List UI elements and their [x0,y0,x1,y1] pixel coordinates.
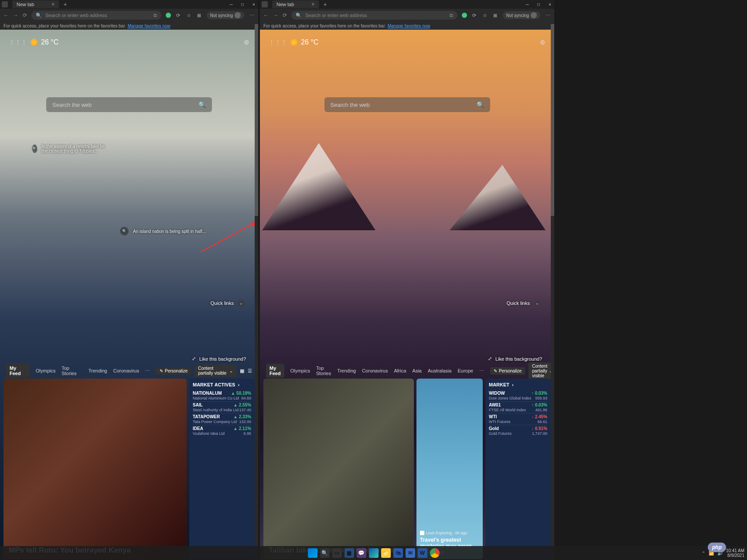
market-row[interactable]: IDEA▲ 2.11% Vodafone Idea Ltd6.95 [193,425,251,437]
close-window-icon[interactable]: × [547,2,553,7]
market-row[interactable]: AW01↑ 0.03% FTSE All World Index481.86 [489,401,547,413]
apps-grid-icon[interactable]: ⋮⋮⋮ [269,39,287,46]
start-icon[interactable] [308,548,317,558]
profile-sync-pill[interactable]: Not syncing [207,11,244,19]
feed-tab-myfeed[interactable]: My Feed [266,364,284,378]
sync-icon[interactable]: ⟳ [175,12,181,18]
settings-gear-icon[interactable]: ⚙ [540,39,546,46]
apps-grid-icon[interactable]: ⋮⋮⋮ [9,39,27,46]
feed-tab-olympics[interactable]: Olympics [36,368,55,373]
collections-icon[interactable]: ⊞ [196,12,202,18]
feed-tab-coronavirus[interactable]: Coronavirus [113,368,139,373]
market-widget[interactable]: MARKET ACTIVES› NATIONALUM▲ 50.19% Natio… [189,379,255,559]
clock[interactable]: 10:41 AM 8/9/2021 [726,548,744,558]
manage-favorites-link[interactable]: Manage favorites now [388,24,430,28]
maximize-icon[interactable]: □ [240,2,245,7]
personalize-button[interactable]: ✎Personalize [490,367,525,375]
widgets-icon[interactable]: ▦ [345,548,354,558]
back-icon[interactable]: ← [263,12,269,18]
close-tab-icon[interactable]: × [51,1,55,7]
news-hero-card[interactable]: MPs tell Ruto: You betrayed Kenya [3,379,187,559]
scrollbar-thumb[interactable] [255,24,258,216]
minimize-icon[interactable]: ─ [229,2,234,7]
tray-chevron-icon[interactable]: ⌃ [702,551,705,556]
refresh-icon[interactable]: ⟳ [23,12,27,18]
scrollbar[interactable] [551,24,554,560]
feed-tab-australasia[interactable]: Australasia [428,368,451,373]
favorites-icon[interactable]: ☆ [186,12,192,18]
edge-icon[interactable] [369,548,379,558]
market-row[interactable]: TATAPOWER▲ 2.33% Tata Power Company Ltd1… [193,413,251,425]
search-submit-icon[interactable]: 🔍 [477,101,484,108]
chevron-down-icon[interactable]: ⌄ [237,299,245,307]
taskbar-search-icon[interactable]: 🔍 [320,548,330,558]
feed-tab-europe[interactable]: Europe [457,368,473,373]
image-hotspot[interactable]: 🔍 In the waters of a nearby lake lie the… [32,144,111,154]
sync-icon[interactable]: ⟳ [471,12,478,18]
extension-icon[interactable] [166,13,171,18]
feed-tab-trending[interactable]: Trending [89,368,107,373]
personalize-button[interactable]: ✎Personalize [156,367,191,375]
settings-gear-icon[interactable]: ⚙ [244,39,249,46]
image-hotspot[interactable]: 🔍 An island nation is being split in hal… [120,227,206,236]
feed-tab-more[interactable]: ⋯ [479,368,484,374]
forward-icon[interactable]: → [273,12,278,18]
feed-tab-trending[interactable]: Trending [337,368,356,373]
menu-icon[interactable]: ⋯ [249,12,255,18]
market-row[interactable]: WIDOW↑ 0.03% Dow Jones Global Index559.9… [489,390,547,401]
quick-links[interactable]: Quick links ⌄ [507,299,541,307]
mail-icon[interactable]: ✉ [406,548,415,558]
chrome-icon[interactable] [430,548,440,558]
feed-tab-coronavirus[interactable]: Coronavirus [362,368,388,373]
scrollbar-thumb[interactable] [551,24,554,216]
feed-tab-africa[interactable]: Africa [394,368,406,373]
feed-tab-asia[interactable]: Asia [413,368,422,373]
layout-list-icon[interactable]: ☰ [248,368,252,374]
close-tab-icon[interactable]: × [311,1,314,7]
feed-tab-myfeed[interactable]: My Feed [6,364,30,378]
ntp-search-box[interactable]: Search the web 🔍 [324,97,490,112]
feed-tab-topstories[interactable]: Top Stories [61,365,82,376]
minimize-icon[interactable]: ─ [525,2,530,7]
market-widget[interactable]: MARKET› WIDOW↑ 0.03% Dow Jones Global In… [485,379,551,559]
collections-icon[interactable]: ⊞ [492,12,498,18]
weather-widget[interactable]: ⋮⋮⋮ 26 °C [9,38,58,46]
forward-icon[interactable]: → [13,12,18,18]
close-window-icon[interactable]: × [251,2,256,7]
search-submit-icon[interactable]: 🔍 [198,101,206,108]
store-icon[interactable]: 🛍 [393,548,403,558]
chat-icon[interactable]: 💬 [357,548,366,558]
news-side-card[interactable]: Love Exploring · 6h ago Travel's greates… [416,379,483,559]
maximize-icon[interactable]: □ [536,2,541,7]
back-icon[interactable]: ← [3,12,9,18]
feed-tab-olympics[interactable]: Olympics [290,368,310,373]
manage-favorites-link[interactable]: Manage favorites now [128,24,171,28]
address-bar[interactable]: 🔍 Search or enter web address ⧉ [291,11,457,20]
news-hero-card[interactable]: Taliban takes over provincial capital [263,379,414,559]
reader-icon[interactable]: ⧉ [153,13,157,18]
market-row[interactable]: SAIL▲ 2.55% Steel Authority of India Ltd… [193,401,251,413]
market-row[interactable]: NATIONALUM▲ 50.19% National Aluminium Co… [193,390,251,401]
weather-widget[interactable]: ⋮⋮⋮ 26 °C [269,38,318,46]
market-row[interactable]: Gold↓ 0.91% Gold Futures1,747.00 [489,425,547,437]
like-background[interactable]: ⤢ Like this background? [488,356,542,362]
profile-sync-pill[interactable]: Not syncing [503,11,540,19]
reader-icon[interactable]: ⧉ [450,13,453,18]
refresh-icon[interactable]: ⟳ [283,12,287,18]
expand-icon[interactable]: ⤢ [192,356,196,362]
task-view-icon[interactable]: ▭ [332,548,342,558]
content-visibility-button[interactable]: Content partially visible⌄ [194,365,236,377]
browser-tab[interactable]: New tab × [12,0,59,8]
scrollbar[interactable] [255,24,258,560]
menu-icon[interactable]: ⋯ [545,12,551,18]
new-tab-button[interactable]: + [63,1,67,8]
address-bar[interactable]: 🔍 Search or enter web address ⧉ [31,11,161,20]
market-row[interactable]: WTI↓ 2.45% WTI Futures66.61 [489,413,547,425]
like-background[interactable]: ⤢ Like this background? [192,356,246,362]
new-tab-button[interactable]: + [323,1,327,8]
browser-tab[interactable]: New tab × [272,0,319,8]
quick-links[interactable]: Quick links ⌄ [211,299,245,307]
chevron-down-icon[interactable]: ⌄ [533,299,541,307]
file-explorer-icon[interactable]: 📁 [381,548,391,558]
layout-grid-icon[interactable]: ▦ [240,368,244,374]
